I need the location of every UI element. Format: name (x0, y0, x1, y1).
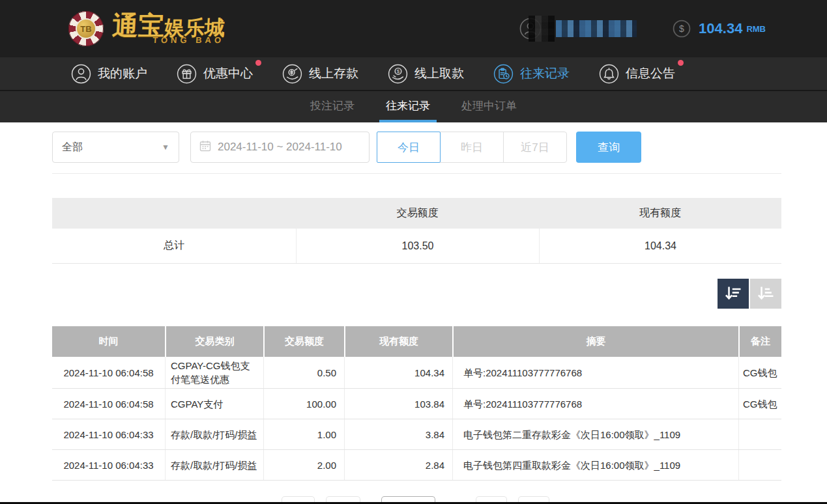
deposit-icon (282, 63, 303, 85)
summary-header-current-amount: 现有额度 (539, 198, 781, 229)
quick-last7days-button[interactable]: 近7日 (503, 132, 567, 163)
filter-bar: 全部 ▼ 2024-11-10 ~ 2024-11-10 今日 昨日 近7日 查… (52, 132, 781, 163)
pagination-current-page[interactable] (381, 496, 435, 502)
nav-item-online-withdrawal[interactable]: $ 线上取款 (387, 63, 464, 85)
cell-summary: 单号:202411103777776768 (452, 357, 738, 388)
username-redacted (556, 20, 637, 37)
svg-text:$: $ (397, 68, 400, 74)
date-range-input[interactable]: 2024-11-10 ~ 2024-11-10 (190, 132, 370, 163)
col-header-time: 时间 (52, 326, 165, 357)
balance-amount: 104.34 (699, 20, 742, 37)
pagination-button[interactable] (282, 496, 315, 502)
summary-header-transaction-amount: 交易额度 (296, 198, 539, 229)
summary-total-row: 总计 103.50 104.34 (52, 229, 781, 264)
pagination-button[interactable] (476, 496, 507, 502)
balance-currency: RMB (746, 24, 766, 34)
pagination-button[interactable] (326, 496, 360, 502)
table-row: 2024-11-10 06:04:33 存款/取款/打码/损益 2.00 2.8… (52, 450, 781, 481)
subtab-betting-records[interactable]: 投注记录 (300, 91, 365, 122)
user-icon (70, 63, 92, 85)
nav-item-online-deposit[interactable]: 线上存款 (282, 63, 358, 85)
withdraw-icon: $ (387, 63, 409, 85)
main-nav: 我的账户 优惠中心 线上存款 (0, 57, 827, 91)
coin-icon: $ (673, 20, 691, 38)
cell-note: CG钱包 (738, 389, 781, 419)
type-select[interactable]: 全部 ▼ (52, 132, 179, 163)
subtab-transaction-records[interactable]: 往来记录 (375, 91, 441, 122)
bell-icon (598, 63, 620, 85)
notification-dot (678, 60, 684, 66)
sort-ascending-button[interactable] (750, 279, 781, 309)
cell-balance: 3.84 (344, 419, 452, 449)
table-body: 2024-11-10 06:04:58 CGPAY-CG钱包支付笔笔送优惠 0.… (52, 357, 781, 481)
svg-text:$: $ (679, 23, 684, 34)
cell-note: CG钱包 (738, 357, 781, 388)
sort-desc-icon (724, 285, 742, 303)
cell-note (738, 450, 781, 480)
quick-yesterday-button[interactable]: 昨日 (440, 132, 504, 163)
summary-table: 交易额度 现有额度 总计 103.50 104.34 (52, 198, 781, 264)
cell-type: 存款/取款/打码/损益 (165, 419, 263, 449)
subtab-pending-orders[interactable]: 处理中订单 (451, 91, 527, 122)
cell-amount: 100.00 (263, 389, 344, 419)
avatar-censor-mosaic (529, 16, 555, 42)
calendar-icon (199, 140, 211, 155)
summary-header-empty (52, 198, 296, 229)
col-header-amount: 交易额度 (263, 326, 344, 357)
nav-label: 我的账户 (98, 65, 147, 82)
cell-time: 2024-11-10 06:04:58 (52, 357, 165, 388)
record-subtabs: 投注记录 往来记录 处理中订单 (0, 91, 827, 122)
cell-time: 2024-11-10 06:04:33 (52, 450, 165, 480)
cell-time: 2024-11-10 06:04:58 (52, 389, 165, 419)
query-button[interactable]: 查询 (576, 132, 641, 163)
pagination-button[interactable] (518, 496, 549, 502)
logo[interactable]: TB 通宝娱乐城 TONG BAO (68, 11, 225, 46)
records-table: 时间 交易类别 交易额度 现有额度 摘要 备注 2024-11-10 06:04… (52, 326, 781, 481)
cell-summary: 电子钱包第四重取款彩金《次日16:00领取》_1109 (452, 450, 738, 480)
nav-item-announcements[interactable]: 信息公告 (598, 63, 675, 85)
col-header-balance: 现有额度 (344, 326, 452, 357)
cell-type: 存款/取款/打码/损益 (165, 450, 263, 480)
cell-amount: 0.50 (263, 357, 344, 388)
balance: $ 104.34 RMB (673, 20, 766, 38)
quick-today-button[interactable]: 今日 (377, 132, 441, 163)
sort-controls (52, 279, 781, 309)
cell-summary: 单号:202411103777776768 (452, 389, 738, 419)
sort-asc-icon (757, 285, 775, 303)
avatar[interactable] (519, 18, 542, 40)
nav-item-my-account[interactable]: 我的账户 (70, 63, 147, 85)
quick-range-group: 今日 昨日 近7日 (377, 132, 567, 163)
table-row: 2024-11-10 06:04:58 CGPAY支付 100.00 103.8… (52, 389, 781, 419)
nav-label: 信息公告 (626, 65, 675, 82)
gift-icon (176, 63, 197, 85)
sort-descending-button[interactable] (718, 279, 749, 309)
logo-text: 通宝娱乐城 TONG BAO (111, 12, 226, 45)
records-icon (493, 63, 514, 85)
summary-total-label: 总计 (52, 229, 296, 263)
table-row: 2024-11-10 06:04:58 CGPAY-CG钱包支付笔笔送优惠 0.… (52, 357, 781, 389)
logo-subtitle: TONG BAO (111, 35, 225, 45)
type-select-value: 全部 (62, 141, 83, 154)
nav-label: 线上取款 (414, 65, 464, 82)
cell-balance: 104.34 (344, 357, 452, 388)
nav-label: 优惠中心 (203, 65, 253, 82)
nav-item-transaction-records[interactable]: 往来记录 (493, 63, 570, 85)
filter-divider (52, 173, 781, 174)
col-header-summary: 摘要 (452, 326, 738, 357)
cell-summary: 电子钱包第二重存款彩金《次日16:00领取》_1109 (452, 419, 738, 449)
user-area: $ 104.34 RMB (519, 18, 766, 40)
col-header-type: 交易类别 (165, 326, 263, 357)
cell-amount: 1.00 (263, 419, 344, 449)
cell-time: 2024-11-10 06:04:33 (52, 419, 165, 449)
nav-item-promotions[interactable]: 优惠中心 (176, 63, 253, 85)
nav-label: 往来记录 (520, 65, 570, 82)
summary-header-row: 交易额度 现有额度 (52, 198, 781, 229)
cell-type: CGPAY-CG钱包支付笔笔送优惠 (165, 357, 263, 388)
summary-total-transaction-amount: 103.50 (296, 229, 539, 263)
cell-type: CGPAY支付 (165, 389, 263, 419)
cell-note (738, 419, 781, 449)
chevron-down-icon: ▼ (162, 143, 169, 152)
cell-balance: 103.84 (344, 389, 452, 419)
top-header: TB 通宝娱乐城 TONG BAO $ 104 (0, 0, 827, 57)
date-range-value: 2024-11-10 ~ 2024-11-10 (218, 141, 342, 154)
